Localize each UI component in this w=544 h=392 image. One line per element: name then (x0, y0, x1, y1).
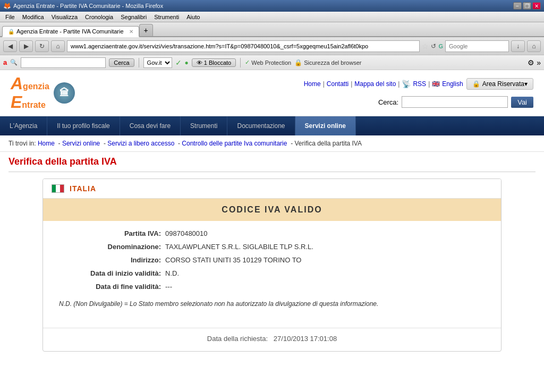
address-reload-icon[interactable]: ↺ (431, 42, 436, 50)
logo-area: A genzia E ntrate 🏛 (11, 74, 75, 112)
info-row-inizio-validita: Data di inizio validità: N.D. (59, 269, 485, 277)
reload-button[interactable]: ↻ (35, 40, 49, 52)
title-divider (8, 172, 536, 172)
home-link[interactable]: Home (304, 80, 321, 88)
web-protection-label: ✓ Web Protection (245, 59, 291, 66)
shield-green-icon: ✓ (245, 59, 250, 66)
minimize-button[interactable]: − (513, 2, 522, 10)
restore-button[interactable]: ❐ (523, 2, 531, 10)
lock-icon-area: 🔒 (472, 80, 480, 88)
download-button[interactable]: ↓ (511, 40, 525, 52)
logo-e-letter: E (11, 93, 22, 112)
avast-search-input[interactable] (21, 57, 106, 68)
forward-button[interactable]: ▶ (19, 40, 33, 52)
header-links: Home | Contatti | Mappa del sito | 📡 RSS… (304, 80, 463, 88)
new-tab-button[interactable]: + (139, 24, 153, 36)
request-date: Data della richiesta: 27/10/2013 17:01:0… (43, 328, 501, 351)
rss-link[interactable]: RSS (413, 80, 426, 88)
block-icon: 👁 (197, 59, 202, 66)
blocked-button[interactable]: 👁 1 Bloccato (192, 58, 236, 67)
window-title: Agenzia Entrate - Partite IVA Comunitari… (13, 3, 163, 9)
tab-close-icon[interactable]: ✕ (129, 29, 133, 35)
separator-2 (240, 58, 241, 67)
result-card: ITALIA CODICE IVA VALIDO Partita IVA: 09… (42, 178, 502, 352)
label-inizio-validita: Data di inizio validità: (59, 269, 165, 277)
breadcrumb: Ti trovi in: Home - Servizi online - Ser… (0, 135, 544, 152)
breadcrumb-controllo[interactable]: Controllo delle partite Iva comunitarie (182, 140, 287, 147)
search-icon: 🔍 (10, 59, 18, 66)
breadcrumb-libero-accesso[interactable]: Servizi a libero accesso (107, 140, 174, 147)
tab-bar: 🔒 Agenzia Entrate - Partite IVA Comunita… (0, 22, 544, 37)
tab-main[interactable]: 🔒 Agenzia Entrate - Partite IVA Comunita… (2, 26, 139, 37)
nav-profilo[interactable]: Il tuo profilo fiscale (47, 116, 120, 135)
google-icon: G (438, 43, 443, 49)
search-label: Cerca: (378, 98, 398, 106)
label-denominazione: Denominazione: (59, 243, 165, 251)
shield-icon: ✓ (175, 58, 182, 67)
browser-security-label: 🔒 Sicurezza del browser (294, 59, 361, 66)
flag-green (52, 185, 56, 192)
bookmark-star-icon[interactable]: ☆ (422, 42, 429, 50)
value-partita-iva: 09870480010 (165, 229, 208, 237)
label-indirizzo: Indirizzo: (59, 256, 165, 264)
title-bar: 🦊 Agenzia Entrate - Partite IVA Comunita… (0, 0, 544, 12)
italy-flag-icon (52, 184, 64, 193)
rss-icon: 📡 (402, 80, 411, 88)
nav-documentazione[interactable]: Documentazione (227, 116, 295, 135)
nav-strumenti[interactable]: Strumenti (181, 116, 227, 135)
breadcrumb-home[interactable]: Home (38, 140, 55, 147)
close-button[interactable]: ✕ (532, 2, 541, 10)
settings-icon[interactable]: ⚙ (528, 58, 534, 67)
label-fine-validita: Data di fine validità: (59, 283, 165, 291)
info-row-indirizzo: Indirizzo: CORSO STATI UNITI 35 10129 TO… (59, 256, 485, 264)
info-row-partita: Partita IVA: 09870480010 (59, 229, 485, 237)
menu-visualizza[interactable]: Visualizza (48, 13, 81, 21)
info-row-fine-validita: Data di fine validità: --- (59, 283, 485, 291)
security-toolbar: a 🔍 Cerca Gov.it ✓ ● 👁 1 Bloccato ✓ Web … (0, 55, 544, 70)
menu-file[interactable]: File (2, 13, 18, 21)
menu-segnalibri[interactable]: Segnalibri (117, 13, 150, 21)
menu-modifica[interactable]: Modifica (19, 13, 47, 21)
tab-label: Agenzia Entrate - Partite IVA Comunitari… (16, 28, 124, 35)
page-title: Verifica della partita IVA (0, 152, 544, 169)
value-denominazione: TAXLAWPLANET S.R.L. SIGLABILE TLP S.R.L. (165, 243, 313, 251)
contatti-link[interactable]: Contatti (327, 80, 348, 88)
nav-agenzia[interactable]: L'Agenzia (0, 116, 47, 135)
check-icon: ● (185, 59, 189, 66)
home-button-right[interactable]: ⌂ (527, 40, 541, 52)
menu-strumenti[interactable]: Strumenti (151, 13, 182, 21)
flag-red (60, 185, 64, 192)
request-date-label: Data della richiesta: (207, 335, 268, 343)
menu-cronologia[interactable]: Cronologia (82, 13, 116, 21)
nav-cosa[interactable]: Cosa devi fare (120, 116, 181, 135)
nav-servizi[interactable]: Servizi online (295, 116, 356, 135)
card-valid-status: CODICE IVA VALIDO (43, 199, 501, 221)
gov-selector[interactable]: Gov.it (143, 57, 172, 68)
label-partita-iva: Partita IVA: (59, 229, 165, 237)
flag-white (56, 185, 60, 192)
value-indirizzo: CORSO STATI UNITI 35 10129 TORINO TO (165, 256, 301, 264)
address-bar: ◀ ▶ ↻ ⌂ ☆ ↺ G ↓ ⌂ (0, 37, 544, 55)
mappa-link[interactable]: Mappa del sito (354, 80, 396, 88)
logo-genzia: genzia (23, 82, 49, 91)
breadcrumb-servizi[interactable]: Servizi online (62, 140, 100, 147)
emblem-logo: 🏛 (54, 82, 75, 104)
home-button[interactable]: ⌂ (51, 40, 65, 52)
lock-icon: 🔒 (294, 59, 302, 66)
menu-aiuto[interactable]: Aiuto (183, 13, 203, 21)
site-search-input[interactable] (402, 96, 508, 108)
english-link[interactable]: English (442, 80, 463, 88)
area-riservata-button[interactable]: 🔒 Area Riservata▾ (466, 78, 533, 90)
uk-flag-icon: 🇬🇧 (432, 80, 440, 88)
address-input[interactable] (67, 40, 420, 52)
card-body: Partita IVA: 09870480010 Denominazione: … (43, 221, 501, 317)
avast-icon: a (3, 58, 7, 66)
google-search-input[interactable] (445, 40, 509, 52)
back-button[interactable]: ◀ (3, 40, 17, 52)
cerca-button[interactable]: Cerca (109, 58, 134, 67)
value-fine-validita: --- (165, 283, 172, 291)
page-content: A genzia E ntrate 🏛 Home | Contatti | Ma… (0, 70, 544, 392)
vai-button[interactable]: Vai (511, 97, 533, 108)
note-text: N.D. (Non Divulgabile) = Lo Stato membro… (59, 299, 485, 309)
more-icon[interactable]: » (537, 58, 541, 67)
